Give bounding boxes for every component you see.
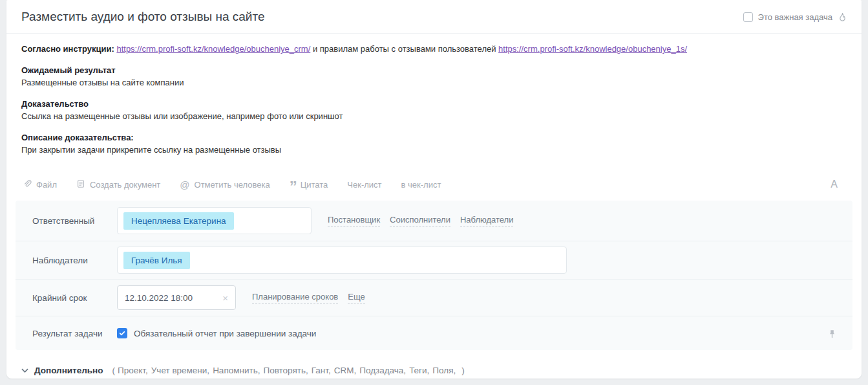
quote-button[interactable]: ” Цитата <box>290 180 328 190</box>
additional-item-repeat[interactable]: Повторять <box>263 366 308 375</box>
proof-section: Доказательство Ссылка на размещенные отз… <box>21 99 847 122</box>
important-task-checkbox[interactable] <box>743 12 753 22</box>
responsible-label: Ответственный <box>32 216 117 226</box>
proof-description-heading: Описание доказательства: <box>21 133 847 143</box>
result-checkbox-label: Обязательный отчет при завершении задачи <box>134 329 316 338</box>
checklist-label: Чек-лист <box>347 180 381 190</box>
task-header: Разместить аудио и фото отзывы на сайте … <box>6 0 862 34</box>
mention-person-button[interactable]: @ Отметить человека <box>180 179 270 190</box>
result-checkbox[interactable] <box>117 328 127 338</box>
proof-description-section: Описание доказательства: При закрытии за… <box>21 133 847 155</box>
to-checklist-button[interactable]: в чек-лист <box>401 180 441 190</box>
additional-item-remind[interactable]: Напомнить <box>213 366 260 375</box>
additional-item-time-tracking[interactable]: Учет времени <box>151 366 209 375</box>
additional-item-gantt[interactable]: Гант <box>312 366 331 375</box>
close-paren: ) <box>461 366 465 375</box>
instruction-line: Согласно инструкции: https://crm.profi-s… <box>21 44 847 54</box>
important-task-toggle[interactable]: Это важная задача <box>743 12 847 22</box>
document-icon <box>76 179 85 190</box>
role-links: Постановщик Соисполнители Наблюдатели <box>328 215 513 226</box>
task-card: Разместить аудио и фото отзывы на сайте … <box>6 0 862 379</box>
page-title: Разместить аудио и фото отзывы на сайте <box>21 10 265 24</box>
deadline-links: Планирование сроков Еще <box>252 292 365 303</box>
originator-link[interactable]: Постановщик <box>328 215 380 226</box>
observers-label: Наблюдатели <box>32 256 117 265</box>
flame-icon <box>838 12 847 22</box>
responsible-row: Ответственный Нецепляева Екатерина Поста… <box>16 201 852 241</box>
instruction-middle-text: и правилам работы с отзывами пользовател… <box>313 44 496 54</box>
quote-icon: ” <box>290 184 296 190</box>
additional-options-list: ( Проект Учет времени Напомнить Повторят… <box>110 366 467 375</box>
task-result-row: Результат задачи Обязательный отчет при … <box>16 316 852 350</box>
proof-description-text: При закрытии задачи прикрепите ссылку на… <box>21 145 847 155</box>
create-document-button[interactable]: Создать документ <box>76 179 160 190</box>
proof-text: Ссылка на размещенные отзывы или изображ… <box>21 111 847 122</box>
deadline-row: Крайний срок 12.10.2022 18:00 × Планиров… <box>16 280 852 316</box>
instruction-bold: Согласно инструкции: <box>21 44 114 54</box>
observers-link[interactable]: Наблюдатели <box>460 215 514 226</box>
more-link[interactable]: Еще <box>348 292 365 303</box>
chevron-down-icon[interactable] <box>21 368 28 373</box>
deadline-label: Крайний срок <box>32 293 117 303</box>
responsible-chip[interactable]: Нецепляева Екатерина <box>123 212 234 230</box>
expected-result-section: Ожидаемый результат Размещенные отзывы н… <box>21 65 847 88</box>
pin-icon[interactable] <box>829 329 836 338</box>
additional-toggle[interactable]: Дополнительно <box>34 366 103 375</box>
expected-result-heading: Ожидаемый результат <box>21 65 847 76</box>
to-checklist-label: в чек-лист <box>401 180 441 190</box>
proof-heading: Доказательство <box>21 99 847 109</box>
paperclip-icon <box>23 179 32 190</box>
additional-item-fields[interactable]: Поля <box>432 366 456 375</box>
file-button[interactable]: Файл <box>23 179 57 190</box>
mention-person-label: Отметить человека <box>195 180 270 190</box>
responsible-input[interactable]: Нецепляева Екатерина <box>117 207 312 234</box>
font-format-toggle[interactable]: A <box>831 179 847 190</box>
observers-input[interactable]: Грачёв Илья <box>117 247 567 274</box>
task-description: Согласно инструкции: https://crm.profi-s… <box>6 34 862 162</box>
open-paren: ( <box>112 366 116 375</box>
file-button-label: Файл <box>36 180 57 190</box>
coexecutors-link[interactable]: Соисполнители <box>390 215 450 226</box>
additional-section: Дополнительно ( Проект Учет времени Напо… <box>6 350 862 375</box>
instruction-link-crm[interactable]: https://crm.profi-soft.kz/knowledge/obuc… <box>116 44 310 54</box>
deadline-input[interactable]: 12.10.2022 18:00 × <box>117 285 236 310</box>
expected-result-text: Размещенные отзывы на сайте компании <box>21 78 847 88</box>
time-planning-link[interactable]: Планирование сроков <box>252 292 338 303</box>
task-result-label: Результат задачи <box>32 329 117 338</box>
task-form-panel: Ответственный Нецепляева Екатерина Поста… <box>16 201 852 350</box>
instruction-link-1s[interactable]: https://crm.profi-soft.kz/knowledge/obuc… <box>498 44 687 54</box>
additional-item-tags[interactable]: Теги <box>409 366 429 375</box>
additional-item-crm[interactable]: CRM <box>334 366 357 375</box>
additional-item-project[interactable]: Проект <box>118 366 148 375</box>
deadline-value: 12.10.2022 18:00 <box>125 293 193 303</box>
checklist-button[interactable]: Чек-лист <box>347 180 381 190</box>
additional-item-subtask[interactable]: Подзадача <box>359 366 406 375</box>
at-icon: @ <box>180 179 189 190</box>
clear-deadline-icon[interactable]: × <box>222 292 228 303</box>
create-document-label: Создать документ <box>90 180 160 190</box>
important-task-label: Это важная задача <box>758 12 832 22</box>
observers-row: Наблюдатели Грачёв Илья <box>16 241 852 280</box>
quote-label: Цитата <box>301 180 328 190</box>
editor-toolbar: Файл Создать документ @ Отметить человек… <box>6 162 862 198</box>
observer-chip[interactable]: Грачёв Илья <box>123 252 190 269</box>
